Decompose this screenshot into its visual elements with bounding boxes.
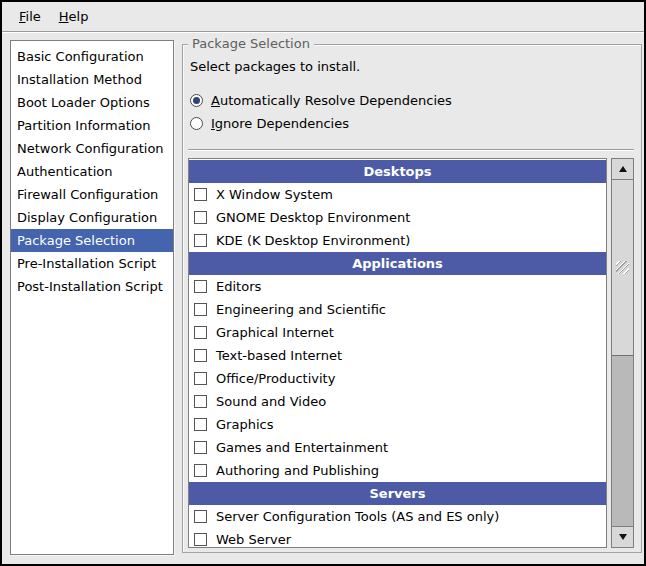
sidebar-item-installation-method[interactable]: Installation Method — [11, 68, 173, 91]
scroll-down-button[interactable] — [612, 526, 633, 547]
checkbox-icon[interactable] — [194, 211, 207, 224]
package-label: X Window System — [216, 187, 333, 202]
sidebar-item-package-selection[interactable]: Package Selection — [11, 229, 173, 252]
package-row-gnome-desktop[interactable]: GNOME Desktop Environment — [189, 206, 606, 229]
package-row-kde-desktop[interactable]: KDE (K Desktop Environment) — [189, 229, 606, 252]
checkbox-icon[interactable] — [194, 234, 207, 247]
package-row-x-window-system[interactable]: X Window System — [189, 183, 606, 206]
package-label: Editors — [216, 279, 261, 294]
checkbox-icon[interactable] — [194, 349, 207, 362]
instruction-text: Select packages to install. — [190, 59, 360, 74]
radio-ignore-dependencies[interactable]: Ignore Dependencies — [190, 112, 349, 135]
package-row-sound-and-video[interactable]: Sound and Video — [189, 390, 606, 413]
checkbox-icon[interactable] — [194, 303, 207, 316]
checkbox-icon[interactable] — [194, 510, 207, 523]
package-row-authoring-publishing[interactable]: Authoring and Publishing — [189, 459, 606, 482]
separator — [188, 149, 634, 150]
checkbox-icon[interactable] — [194, 188, 207, 201]
menu-help-label-rest: elp — [69, 9, 89, 24]
package-label: Graphics — [216, 417, 273, 432]
arrow-down-icon — [619, 534, 627, 540]
category-header-desktops: Desktops — [189, 160, 606, 183]
package-label: Server Configuration Tools (AS and ES on… — [216, 509, 499, 524]
menu-help-label: H — [59, 9, 69, 24]
sidebar-item-firewall-configuration[interactable]: Firewall Configuration — [11, 183, 173, 206]
menu-help[interactable]: Help — [50, 4, 98, 29]
package-row-games-entertainment[interactable]: Games and Entertainment — [189, 436, 606, 459]
package-label: Text-based Internet — [216, 348, 342, 363]
category-header-servers: Servers — [189, 482, 606, 505]
scroll-up-button[interactable] — [612, 159, 633, 180]
checkbox-icon[interactable] — [194, 441, 207, 454]
package-row-text-based-internet[interactable]: Text-based Internet — [189, 344, 606, 367]
package-label: Engineering and Scientific — [216, 302, 386, 317]
checkbox-icon[interactable] — [194, 326, 207, 339]
sidebar-item-pre-installation-script[interactable]: Pre-Installation Script — [11, 252, 173, 275]
package-label: Web Server — [216, 532, 291, 547]
checkbox-icon[interactable] — [194, 464, 207, 477]
package-list: Desktops X Window System GNOME Desktop E… — [188, 158, 607, 548]
package-label: GNOME Desktop Environment — [216, 210, 410, 225]
checkbox-icon[interactable] — [194, 280, 207, 293]
checkbox-icon[interactable] — [194, 418, 207, 431]
category-header-applications: Applications — [189, 252, 606, 275]
checkbox-icon[interactable] — [194, 533, 207, 546]
menubar: File Help — [2, 2, 644, 32]
package-label: KDE (K Desktop Environment) — [216, 233, 410, 248]
sidebar-item-boot-loader-options[interactable]: Boot Loader Options — [11, 91, 173, 114]
radio-button-icon[interactable] — [190, 94, 203, 107]
checkbox-icon[interactable] — [194, 372, 207, 385]
kickstart-configurator-window: File Help Basic Configuration Installati… — [0, 0, 646, 566]
package-selection-frame: Package Selection Select packages to ins… — [182, 44, 642, 553]
section-list: Basic Configuration Installation Method … — [10, 40, 174, 555]
package-row-engineering-scientific[interactable]: Engineering and Scientific — [189, 298, 606, 321]
sidebar-item-authentication[interactable]: Authentication — [11, 160, 173, 183]
frame-title: Package Selection — [188, 36, 314, 52]
radio-ignore-label: Ignore Dependencies — [211, 116, 349, 131]
sidebar-item-post-installation-script[interactable]: Post-Installation Script — [11, 275, 173, 298]
package-row-office-productivity[interactable]: Office/Productivity — [189, 367, 606, 390]
vertical-scrollbar[interactable] — [611, 158, 634, 548]
package-label: Office/Productivity — [216, 371, 335, 386]
package-row-server-config-tools[interactable]: Server Configuration Tools (AS and ES on… — [189, 505, 606, 528]
package-label: Games and Entertainment — [216, 440, 388, 455]
menu-file[interactable]: File — [10, 4, 50, 29]
package-label: Graphical Internet — [216, 325, 334, 340]
package-row-graphical-internet[interactable]: Graphical Internet — [189, 321, 606, 344]
radio-button-icon[interactable] — [190, 117, 203, 130]
scrollbar-thumb[interactable] — [612, 180, 633, 356]
package-label: Sound and Video — [216, 394, 326, 409]
package-row-web-server[interactable]: Web Server — [189, 528, 606, 548]
radio-auto-resolve-dependencies[interactable]: Automatically Resolve Dependencies — [190, 89, 452, 112]
sidebar-item-network-configuration[interactable]: Network Configuration — [11, 137, 173, 160]
package-label: Authoring and Publishing — [216, 463, 379, 478]
sidebar-item-display-configuration[interactable]: Display Configuration — [11, 206, 173, 229]
sidebar-item-basic-configuration[interactable]: Basic Configuration — [11, 45, 173, 68]
sidebar-item-partition-information[interactable]: Partition Information — [11, 114, 173, 137]
menu-file-label-rest: ile — [26, 9, 41, 24]
package-row-editors[interactable]: Editors — [189, 275, 606, 298]
package-row-graphics[interactable]: Graphics — [189, 413, 606, 436]
arrow-up-icon — [619, 166, 627, 172]
radio-auto-resolve-label: Automatically Resolve Dependencies — [211, 93, 452, 108]
checkbox-icon[interactable] — [194, 395, 207, 408]
scrollbar-thumb-grip-icon — [616, 261, 629, 274]
